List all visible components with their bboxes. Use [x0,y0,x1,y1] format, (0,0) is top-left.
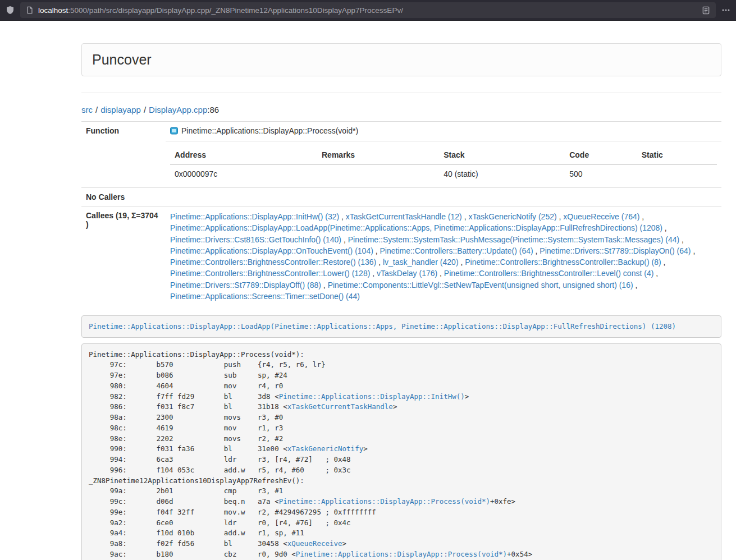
callee-link[interactable]: Pinetime::System::SystemTask::PushMessag… [348,235,680,244]
callee-link[interactable]: Pinetime::Applications::Screens::Timer::… [170,292,360,301]
code-symbol-link[interactable]: xQueueReceive [287,539,342,548]
callee-link[interactable]: Pinetime::Controllers::BrightnessControl… [465,258,661,267]
callee-link[interactable]: Pinetime::Applications::DisplayApp::Load… [170,223,662,232]
no-callers-row: No Callers [81,188,721,206]
url-path: :5000/path/src/displayapp/DisplayApp.cpp… [68,6,403,15]
url-bar[interactable]: localhost:5000/path/src/displayapp/Displ… [20,2,716,18]
function-label: Function [81,122,166,188]
callee-link[interactable]: Pinetime::Controllers::BrightnessControl… [170,269,370,278]
callee-link[interactable]: Pinetime::Applications::DisplayApp::OnTo… [170,246,373,255]
callees-list: Pinetime::Applications::DisplayApp::Init… [166,206,721,307]
code-size-value: 500 [565,164,637,183]
breadcrumb-src[interactable]: src [81,105,93,114]
stack-value: 40 (static) [439,164,565,183]
highlighted-callee-box: Pinetime::Applications::DisplayApp::Load… [81,315,721,338]
callee-link[interactable]: Pinetime::Controllers::Battery::Update()… [380,246,533,255]
callee-link[interactable]: Pinetime::Controllers::BrightnessControl… [444,269,653,278]
page-title: Puncover [92,52,711,68]
main-content: Puncover src/displayapp/DisplayApp.cpp:8… [81,43,721,560]
divider [81,93,721,93]
code-symbol-link[interactable]: xTaskGenericNotify [287,444,363,453]
function-row: Function Pinetime::Applications::Display… [81,122,721,141]
metrics-cell: Address Remarks Stack Code Static 0x0000… [166,141,721,188]
callee-link[interactable]: Pinetime::Drivers::St7789::DisplayOff() … [170,281,321,290]
breadcrumb-displayapp[interactable]: displayapp [100,105,141,114]
no-callers-value-cell [166,188,721,206]
col-remarks: Remarks [317,146,439,164]
url-text: localhost:5000/path/src/displayapp/Displ… [38,6,697,15]
breadcrumb-separator: / [95,105,98,114]
function-table: Function Pinetime::Applications::Display… [81,121,721,306]
static-value [637,164,717,183]
callees-label: Callees (19, Σ=3704 ) [81,206,166,307]
metrics-row: Address Remarks Stack Code Static 0x0000… [81,141,721,188]
code-symbol-link[interactable]: xTaskGetCurrentTaskHandle [287,402,393,411]
callee-link[interactable]: Pinetime::Components::LittleVgl::SetNewT… [328,281,633,290]
remarks-value [317,164,439,183]
metrics-table: Address Remarks Stack Code Static 0x0000… [170,146,717,183]
function-name: Pinetime::Applications::DisplayApp::Proc… [181,126,358,135]
browser-toolbar: localhost:5000/path/src/displayapp/Displ… [0,0,736,21]
breadcrumb-line-number: :86 [207,105,219,114]
code-symbol-link[interactable]: Pinetime::Applications::DisplayApp::Proc… [279,497,490,506]
callee-link[interactable]: xTaskGenericNotify (252) [468,212,556,221]
more-options-icon[interactable] [721,6,730,15]
breadcrumb: src/displayapp/DisplayApp.cpp:86 [81,105,721,114]
breadcrumb-separator: / [144,105,146,114]
disassembly-code: Pinetime::Applications::DisplayApp::Proc… [81,343,721,560]
shield-icon[interactable] [6,6,15,15]
metrics-values-row: 0x0000097c 40 (static) 500 [170,164,717,183]
breadcrumb-file[interactable]: DisplayApp.cpp [149,105,207,114]
no-callers-label: No Callers [81,188,166,206]
code-symbol-link[interactable]: Pinetime::Applications::DisplayApp::Proc… [296,550,507,558]
col-address: Address [170,146,317,164]
callee-link[interactable]: xQueueReceive (764) [563,212,639,221]
callee-link[interactable]: xTaskGetCurrentTaskHandle (12) [346,212,462,221]
col-stack: Stack [439,146,565,164]
page-info-icon[interactable] [26,6,34,14]
callee-link[interactable]: Pinetime::Applications::DisplayApp::Init… [170,212,339,221]
callee-link[interactable]: Pinetime::Controllers::BrightnessControl… [170,258,376,267]
function-name-cell: Pinetime::Applications::DisplayApp::Proc… [166,122,721,141]
col-code: Code [565,146,637,164]
metrics-header-row: Address Remarks Stack Code Static [170,146,717,164]
app-header: Puncover [81,43,721,76]
callee-link[interactable]: lv_task_handler (420) [383,258,459,267]
callee-link[interactable]: vTaskDelay (176) [377,269,437,278]
col-static: Static [637,146,717,164]
callees-row: Callees (19, Σ=3704 ) Pinetime::Applicat… [81,206,721,307]
address-value: 0x0000097c [170,164,317,183]
code-symbol-link[interactable]: Pinetime::Applications::DisplayApp::Init… [279,392,465,401]
loadapp-callee-link[interactable]: Pinetime::Applications::DisplayApp::Load… [89,322,676,331]
url-host: localhost [38,6,68,15]
function-icon [170,127,178,136]
callee-link[interactable]: Pinetime::Drivers::St7789::DisplayOn() (… [540,246,691,255]
callee-link[interactable]: Pinetime::Drivers::Cst816S::GetTouchInfo… [170,235,341,244]
reader-mode-icon[interactable] [702,6,710,15]
